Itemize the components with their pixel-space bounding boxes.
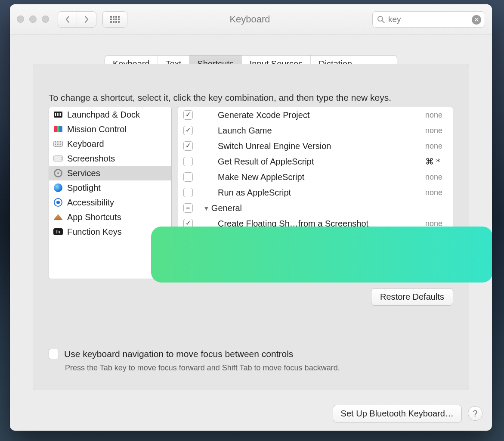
sidebar-item-launchpad-dock[interactable]: Launchpad & Dock (49, 107, 171, 122)
shortcut-list[interactable]: Generate Xcode ProjectnoneLaunch Gamenon… (178, 107, 453, 279)
kb-nav-hint: Press the Tab key to move focus forward … (65, 363, 453, 373)
shortcut-row[interactable]: Make New AppleScriptnone (178, 169, 453, 185)
sidebar-item-spotlight[interactable]: Spotlight (49, 180, 171, 195)
shortcut-keys[interactable]: none (401, 266, 453, 275)
shortcut-group[interactable]: ▼General (178, 200, 453, 216)
clear-search-button[interactable]: ✕ (472, 15, 481, 25)
enable-checkbox[interactable] (183, 234, 193, 244)
back-button[interactable] (58, 12, 77, 27)
window-title: Keyboard (133, 14, 366, 25)
enable-checkbox[interactable] (183, 157, 193, 166)
shortcut-row[interactable]: Switch Unreal Engine Versionnone (178, 138, 453, 154)
help-button[interactable]: ? (468, 406, 482, 421)
enable-checkbox[interactable] (183, 126, 193, 135)
grid-icon (110, 16, 120, 23)
instructions-text: To change a shortcut, select it, click t… (49, 93, 391, 103)
chevron-right-icon (83, 16, 90, 23)
shortcut-keys[interactable]: none (401, 126, 453, 135)
shortcut-keys[interactable]: none (401, 235, 453, 244)
zoom-window-dot[interactable] (42, 16, 49, 23)
enable-checkbox[interactable] (183, 188, 193, 197)
show-all-preferences-button[interactable] (102, 11, 127, 28)
shortcut-label: Create Floating Sh…from a Screenshot (201, 219, 401, 229)
sidebar-item-function-keys[interactable]: fnFunction Keys (49, 224, 171, 239)
shortcut-keys[interactable]: ⌥⌘J (401, 249, 453, 260)
shortcut-keys[interactable]: none (401, 111, 453, 120)
footer: Use keyboard navigation to move focus be… (49, 349, 453, 373)
disclosure-triangle-icon[interactable]: ▼ (203, 205, 210, 212)
shortcut-label: Upload file in Transmit (201, 265, 401, 275)
setup-bluetooth-keyboard-button[interactable]: Set Up Bluetooth Keyboard… (333, 405, 462, 422)
sidebar-item-app-shortcuts[interactable]: App Shortcuts (49, 210, 171, 224)
window-controls (17, 16, 52, 23)
shortcut-keys[interactable]: none (401, 173, 453, 182)
sidebar-item-screenshots[interactable]: Screenshots (49, 151, 171, 166)
forward-button[interactable] (77, 12, 96, 27)
enable-checkbox[interactable] (183, 203, 193, 213)
preferences-window: Keyboard ✕ KeyboardTextShortcutsInput So… (10, 4, 492, 431)
shortcut-row[interactable]: Create Floating Sh…from a Screenshotnone (178, 216, 453, 231)
close-icon: ✕ (474, 16, 479, 24)
enable-checkbox[interactable] (183, 265, 193, 275)
search-field-wrap: ✕ (372, 11, 485, 28)
sidebar-item-label: Spotlight (67, 183, 101, 193)
shortcut-row[interactable]: Generate Xcode Projectnone (178, 107, 453, 123)
enable-checkbox[interactable] (183, 172, 193, 182)
sidebar-item-accessibility[interactable]: Accessibility (49, 195, 171, 210)
apps-icon (53, 212, 63, 222)
shortcut-label: Paste Notion Links Beautifully (201, 250, 401, 260)
shortcut-label: Keystroke Automator Test (201, 234, 401, 244)
shortcut-keys[interactable]: ⌘＊ (401, 156, 453, 168)
shortcut-row[interactable]: Upload file in Transmitnone (178, 262, 453, 278)
shortcut-row[interactable]: Get Result of AppleScript⌘＊ (178, 154, 453, 169)
mission-icon (53, 124, 63, 134)
kb-nav-row: Use keyboard navigation to move focus be… (49, 349, 453, 359)
sidebar-item-mission-control[interactable]: Mission Control (49, 122, 171, 137)
shortcut-row[interactable]: Launch Gamenone (178, 123, 453, 138)
chevron-left-icon (65, 16, 71, 23)
fn-icon: fn (53, 227, 63, 236)
kb-nav-checkbox[interactable] (49, 349, 59, 359)
shortcut-row[interactable]: Paste Notion Links Beautifully⌥⌘J (178, 247, 453, 262)
close-window-dot[interactable] (17, 16, 24, 23)
keyboard-icon (53, 139, 63, 149)
nav-back-forward (58, 11, 96, 28)
shortcut-keys[interactable]: none (401, 142, 453, 151)
sidebar-item-label: Function Keys (67, 227, 122, 237)
shortcut-label: Generate Xcode Project (201, 110, 401, 120)
shortcut-row[interactable]: Keystroke Automator Testnone (178, 231, 453, 247)
shortcut-label: Switch Unreal Engine Version (201, 141, 401, 151)
enable-checkbox[interactable] (183, 250, 193, 259)
shortcut-label: Make New AppleScript (201, 172, 401, 182)
sidebar-item-label: Screenshots (67, 154, 115, 164)
kb-nav-label: Use keyboard navigation to move focus be… (64, 349, 293, 359)
services-icon (53, 168, 63, 178)
restore-defaults-button[interactable]: Restore Defaults (371, 288, 453, 306)
sidebar-item-label: Services (67, 168, 100, 178)
shortcut-label: Launch Game (201, 126, 401, 136)
category-sidebar: Launchpad & DockMission ControlKeyboardS… (49, 107, 172, 279)
sidebar-item-label: Accessibility (67, 198, 114, 208)
shortcuts-panel: To change a shortcut, select it, click t… (33, 64, 469, 390)
minimize-window-dot[interactable] (29, 16, 37, 23)
svg-line-1 (382, 21, 384, 23)
sidebar-item-keyboard[interactable]: Keyboard (49, 137, 171, 151)
sidebar-item-label: Keyboard (67, 139, 104, 149)
shortcut-label: Get Result of AppleScript (201, 157, 401, 167)
columns: Launchpad & DockMission ControlKeyboardS… (49, 107, 453, 279)
launchpad-icon (53, 110, 63, 119)
sidebar-item-services[interactable]: Services (49, 166, 171, 180)
enable-checkbox[interactable] (183, 110, 193, 120)
titlebar: Keyboard ✕ (10, 4, 492, 34)
shortcut-keys[interactable]: none (401, 188, 453, 197)
help-icon: ? (473, 409, 477, 419)
shortcut-keys[interactable]: none (401, 219, 453, 228)
sidebar-item-label: Launchpad & Dock (67, 110, 140, 120)
search-icon (377, 16, 385, 23)
enable-checkbox[interactable] (183, 141, 193, 151)
enable-checkbox[interactable] (183, 219, 193, 228)
sidebar-item-label: App Shortcuts (67, 212, 121, 222)
search-input[interactable] (388, 15, 469, 24)
spot-icon (53, 183, 63, 193)
shortcut-row[interactable]: Run as AppleScriptnone (178, 185, 453, 200)
